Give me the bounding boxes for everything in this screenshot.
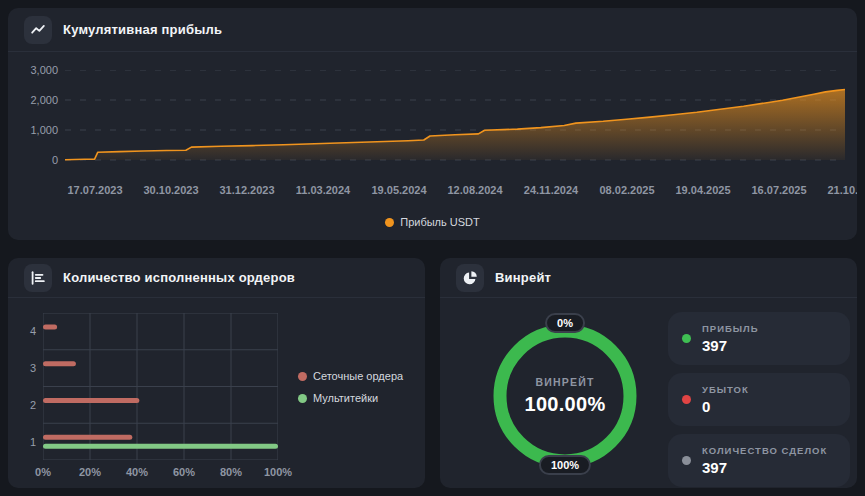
x-axis-label: 17.07.2023 [67, 184, 122, 196]
stat-label: УБЫТОК [702, 384, 749, 395]
stat-value: 397 [702, 459, 827, 476]
legend-item[interactable]: Мультитейки [298, 392, 403, 404]
legend-label: Мультитейки [313, 392, 378, 404]
stat-card-loss: УБЫТОК 0 [668, 373, 850, 426]
x-axis-label: 19.05.2024 [371, 184, 426, 196]
stat-label: ПРИБЫЛЬ [702, 323, 759, 334]
legend-item[interactable]: Сеточные ордера [298, 370, 403, 382]
y-axis-label: 2,000 [12, 94, 58, 106]
panel-executed-orders: Количество исполненных ордеров Сеточные … [8, 258, 425, 488]
stat-card-profit: ПРИБЫЛЬ 397 [668, 312, 850, 365]
winrate-gauge[interactable]: ВИНРЕЙТ 100.00% 0% 100% [480, 311, 650, 481]
winrate-badge-100: 100% [539, 455, 591, 475]
legend-dot-icon [385, 218, 394, 227]
x-axis-label: 0% [35, 466, 51, 478]
horizontal-bars-icon [24, 264, 52, 292]
winrate-header: Винрейт [440, 258, 857, 298]
legend-dot-icon [298, 394, 307, 403]
x-axis-label: 16.07.2025 [751, 184, 806, 196]
stat-value: 397 [702, 337, 759, 354]
x-axis-label: 19.04.2025 [675, 184, 730, 196]
line-chart-icon [24, 16, 52, 44]
pie-chart-icon [456, 264, 484, 292]
bar-chart-legend: Сеточные ордераМультитейки [298, 370, 403, 404]
grid-orders-bar [43, 435, 132, 440]
x-axis-label: 21.10.2025 [827, 184, 857, 196]
legend-label: Прибыль USDT [400, 216, 480, 228]
grid-orders-bar [43, 361, 76, 366]
x-axis-label: 100% [264, 466, 292, 478]
panel-title: Кумулятивная прибыль [63, 22, 222, 37]
y-axis-label: 1 [16, 436, 36, 448]
winrate-stats: ПРИБЫЛЬ 397 УБЫТОК 0 КОЛИЧЕСТВО СДЕЛОК 3… [668, 312, 850, 487]
stat-value: 0 [702, 398, 749, 415]
x-axis-label: 20% [79, 466, 101, 478]
panel-title: Винрейт [495, 270, 551, 285]
cumulative-profit-header: Кумулятивная прибыль [8, 8, 857, 52]
executed-orders-chart[interactable] [43, 313, 278, 460]
x-axis-label: 31.12.2023 [219, 184, 274, 196]
x-axis-label: 12.08.2024 [447, 184, 502, 196]
y-axis-label: 3 [16, 362, 36, 374]
stat-label: КОЛИЧЕСТВО СДЕЛОК [702, 445, 827, 456]
legend-item[interactable]: Прибыль USDT [385, 216, 480, 228]
x-axis-label: 11.03.2024 [296, 184, 350, 196]
loss-dot-icon [682, 395, 691, 404]
x-axis-label: 30.10.2023 [143, 184, 198, 196]
x-axis-label: 24.11.2024 [524, 184, 578, 196]
x-axis-label: 40% [126, 466, 148, 478]
y-axis-label: 4 [16, 325, 36, 337]
panel-winrate: Винрейт ВИНРЕЙТ 100.00% 0% 100% ПРИБЫЛЬ … [440, 258, 857, 488]
executed-orders-header: Количество исполненных ордеров [8, 258, 425, 298]
x-axis-label: 08.02.2025 [599, 184, 654, 196]
grid-orders-bar [43, 324, 57, 329]
stat-card-trades-count: КОЛИЧЕСТВО СДЕЛОК 397 [668, 434, 850, 487]
y-axis-label: 3,000 [12, 64, 58, 76]
winrate-label: ВИНРЕЙТ [535, 376, 594, 388]
y-axis-label: 2 [16, 399, 36, 411]
winrate-badge-0: 0% [545, 313, 585, 333]
x-axis-label: 60% [173, 466, 195, 478]
legend-label: Сеточные ордера [313, 370, 403, 382]
multitake-bar [43, 444, 278, 449]
winrate-value: 100.00% [524, 393, 605, 416]
x-axis-label: 80% [220, 466, 242, 478]
panel-title: Количество исполненных ордеров [63, 270, 295, 285]
cumulative-profit-chart[interactable] [65, 70, 845, 166]
profit-dot-icon [682, 334, 691, 343]
panel-cumulative-profit: Кумулятивная прибыль Прибыль USDT 01,000… [8, 8, 857, 240]
y-axis-label: 1,000 [12, 124, 58, 136]
area-chart-legend: Прибыль USDT [8, 216, 857, 228]
y-axis-label: 0 [12, 154, 58, 166]
trades-dot-icon [682, 456, 691, 465]
legend-dot-icon [298, 372, 307, 381]
grid-orders-bar [43, 398, 139, 403]
